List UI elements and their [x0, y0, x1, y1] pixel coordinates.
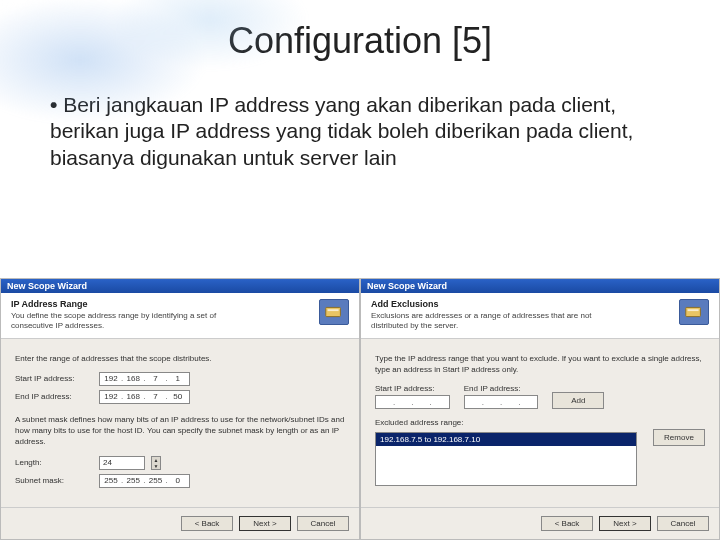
header-title-right: Add Exclusions — [371, 299, 671, 309]
mask-paragraph: A subnet mask defines how many bits of a… — [15, 414, 345, 448]
intro-text-right: Type the IP address range that you want … — [375, 353, 705, 375]
oct: 7 — [147, 391, 163, 402]
svg-rect-3 — [688, 309, 699, 311]
svg-rect-2 — [686, 307, 701, 316]
dialog-row: New Scope Wizard IP Address Range You de… — [0, 278, 720, 540]
oct: 168 — [125, 373, 141, 384]
wizard-header-left: IP Address Range You define the scope ad… — [1, 293, 359, 339]
svg-rect-1 — [328, 309, 339, 311]
content-left: Enter the range of addresses that the sc… — [1, 339, 359, 507]
oct: 1 — [170, 373, 186, 384]
slide-body: Beri jangkauan IP address yang akan dibe… — [0, 62, 720, 171]
titlebar-left: New Scope Wizard — [1, 279, 359, 293]
oct: 50 — [170, 391, 186, 402]
exclusion-listbox[interactable]: 192.168.7.5 to 192.168.7.10 — [375, 432, 637, 486]
oct: 192 — [103, 373, 119, 384]
excl-end-field[interactable]: . . . — [464, 395, 539, 409]
oct: 0 — [170, 475, 186, 486]
content-right: Type the IP address range that you want … — [361, 339, 719, 507]
header-subtitle-right: Exclusions are addresses or a range of a… — [371, 311, 601, 332]
slide-title: Configuration [5] — [0, 0, 720, 62]
intro-text-left: Enter the range of addresses that the sc… — [15, 353, 345, 364]
scope-icon — [679, 299, 709, 325]
end-ip-label: End IP address: — [15, 391, 93, 402]
exclusion-item[interactable]: 192.168.7.5 to 192.168.7.10 — [376, 433, 636, 446]
header-subtitle-left: You define the scope address range by id… — [11, 311, 241, 332]
oct: 255 — [147, 475, 163, 486]
slide-bullet: Beri jangkauan IP address yang akan dibe… — [50, 92, 670, 171]
scope-icon — [319, 299, 349, 325]
start-ip-label: Start IP address: — [15, 373, 93, 384]
wizard-header-right: Add Exclusions Exclusions are addresses … — [361, 293, 719, 339]
excl-start-field[interactable]: . . . — [375, 395, 450, 409]
footer-right: < Back Next > Cancel — [361, 507, 719, 539]
length-field[interactable]: 24 — [99, 456, 145, 470]
next-button[interactable]: Next > — [239, 516, 291, 531]
length-stepper[interactable]: ▲▼ — [151, 456, 161, 470]
remove-button[interactable]: Remove — [653, 429, 705, 446]
footer-left: < Back Next > Cancel — [1, 507, 359, 539]
dialog-exclusions: New Scope Wizard Add Exclusions Exclusio… — [360, 278, 720, 540]
oct: 7 — [147, 373, 163, 384]
mask-field[interactable]: 255. 255. 255. 0 — [99, 474, 190, 488]
cancel-button[interactable]: Cancel — [297, 516, 349, 531]
back-button[interactable]: < Back — [541, 516, 593, 531]
length-label: Length: — [15, 457, 93, 468]
excl-end-label: End IP address: — [464, 383, 539, 394]
oct: 192 — [103, 391, 119, 402]
cancel-button[interactable]: Cancel — [657, 516, 709, 531]
oct: 255 — [125, 475, 141, 486]
end-ip-field[interactable]: 192. 168. 7. 50 — [99, 390, 190, 404]
back-button[interactable]: < Back — [181, 516, 233, 531]
start-ip-field[interactable]: 192. 168. 7. 1 — [99, 372, 190, 386]
excl-start-label: Start IP address: — [375, 383, 450, 394]
excluded-label: Excluded address range: — [375, 417, 705, 428]
oct: 168 — [125, 391, 141, 402]
header-title-left: IP Address Range — [11, 299, 311, 309]
mask-label: Subnet mask: — [15, 475, 93, 486]
next-button[interactable]: Next > — [599, 516, 651, 531]
add-button[interactable]: Add — [552, 392, 604, 409]
titlebar-right: New Scope Wizard — [361, 279, 719, 293]
svg-rect-0 — [326, 307, 341, 316]
oct: 255 — [103, 475, 119, 486]
dialog-ip-range: New Scope Wizard IP Address Range You de… — [0, 278, 360, 540]
